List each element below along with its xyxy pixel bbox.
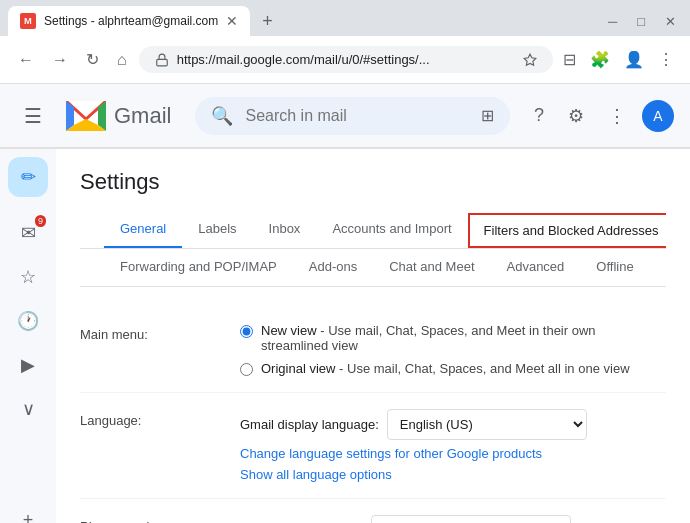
- language-select[interactable]: English (US): [387, 409, 587, 440]
- svg-marker-3: [524, 54, 536, 65]
- tab-inbox[interactable]: Inbox: [253, 211, 317, 249]
- tab-general[interactable]: General: [104, 211, 182, 249]
- gmail-logo-icon: [66, 101, 106, 131]
- search-input[interactable]: [245, 107, 469, 125]
- gmail-logo: Gmail: [66, 101, 171, 131]
- main-content: Settings General Labels Inbox Accounts a…: [56, 149, 690, 523]
- new-view-radio[interactable]: [240, 325, 253, 338]
- tab-addons[interactable]: Add-ons: [293, 249, 373, 287]
- gmail-logo-text: Gmail: [114, 103, 171, 129]
- address-bar[interactable]: https://mail.google.com/mail/u/0/#settin…: [139, 46, 553, 73]
- tab-offline[interactable]: Offline: [580, 249, 649, 287]
- settings-button[interactable]: ⚙: [560, 97, 592, 135]
- tab-chat-meet[interactable]: Chat and Meet: [373, 249, 490, 287]
- tab-close-button[interactable]: ✕: [226, 13, 238, 29]
- sidebar-item-more[interactable]: ∨: [8, 389, 48, 429]
- cast-icon[interactable]: ⊟: [559, 46, 580, 73]
- language-setting: Language: Gmail display language: Englis…: [80, 393, 666, 499]
- bookmark-icon[interactable]: [523, 53, 537, 67]
- original-view-label: Original view - Use mail, Chat, Spaces, …: [261, 361, 630, 376]
- sidebar-item-starred[interactable]: ☆: [8, 257, 48, 297]
- apps-button[interactable]: ⋮: [600, 97, 634, 135]
- main-menu-label: Main menu:: [80, 323, 240, 342]
- tab-advanced[interactable]: Advanced: [491, 249, 581, 287]
- sidebar-item-sent[interactable]: ▶: [8, 345, 48, 385]
- change-language-link[interactable]: Change language settings for other Googl…: [240, 446, 666, 461]
- tab-filters-blocked[interactable]: Filters and Blocked Addresses: [468, 213, 666, 248]
- tab-title: Settings - alphrteam@gmail.com: [44, 14, 218, 28]
- settings-tabs-row1: General Labels Inbox Accounts and Import…: [80, 211, 666, 249]
- forward-button[interactable]: →: [46, 47, 74, 73]
- search-options-icon[interactable]: ⊞: [481, 106, 494, 125]
- sidebar-item-snoozed[interactable]: 🕐: [8, 301, 48, 341]
- phone-control: Default country code: Philippines: [240, 515, 666, 523]
- tab-accounts-import[interactable]: Accounts and Import: [316, 211, 467, 249]
- back-button[interactable]: ←: [12, 47, 40, 73]
- compose-edit-button[interactable]: ✏: [8, 157, 48, 197]
- browser-menu-icon[interactable]: ⋮: [654, 46, 678, 73]
- settings-header: Settings General Labels Inbox Accounts a…: [56, 149, 690, 287]
- extensions-icon[interactable]: 🧩: [586, 46, 614, 73]
- refresh-button[interactable]: ↻: [80, 46, 105, 73]
- language-label: Language:: [80, 409, 240, 428]
- tab-favicon: M: [20, 13, 36, 29]
- main-menu-control: New view - Use mail, Chat, Spaces, and M…: [240, 323, 666, 376]
- country-code-select[interactable]: Philippines: [371, 515, 571, 523]
- phone-label: Phone numbers:: [80, 515, 240, 523]
- phone-row: Default country code: Philippines: [240, 515, 666, 523]
- page-title: Settings: [80, 169, 666, 195]
- tab-themes[interactable]: Themes: [650, 249, 666, 287]
- add-icon: +: [23, 510, 34, 524]
- clock-icon: 🕐: [17, 310, 39, 332]
- new-view-option: New view - Use mail, Chat, Spaces, and M…: [240, 323, 666, 353]
- inbox-badge: 9: [35, 215, 46, 227]
- svg-text:M: M: [24, 16, 32, 26]
- original-view-option: Original view - Use mail, Chat, Spaces, …: [240, 361, 666, 376]
- sidebar-item-inbox[interactable]: ✉ 9: [8, 213, 48, 253]
- maximize-button[interactable]: □: [631, 12, 651, 31]
- help-button[interactable]: ?: [526, 97, 552, 134]
- url-text: https://mail.google.com/mail/u/0/#settin…: [177, 52, 515, 67]
- search-icon: 🔍: [211, 105, 233, 127]
- browser-nav-icons: ⊟ 🧩 👤 ⋮: [559, 46, 678, 73]
- settings-tabs-row2: Forwarding and POP/IMAP Add-ons Chat and…: [80, 249, 666, 287]
- send-icon: ▶: [21, 354, 35, 376]
- header-icons: ? ⚙ ⋮ A: [526, 97, 674, 135]
- tab-labels[interactable]: Labels: [182, 211, 252, 249]
- gmail-container: ✏ ✉ 9 ☆ 🕐 ▶ ∨ + 💬 • Sett: [0, 149, 690, 523]
- inbox-icon: ✉: [21, 222, 36, 244]
- menu-button[interactable]: ☰: [16, 96, 50, 136]
- window-controls: ─ □ ✕: [602, 12, 682, 31]
- title-bar: M Settings - alphrteam@gmail.com ✕ + ─ □…: [0, 0, 690, 36]
- settings-body: Main menu: New view - Use mail, Chat, Sp…: [56, 287, 690, 523]
- minimize-button[interactable]: ─: [602, 12, 623, 31]
- nav-bar: ← → ↻ ⌂ https://mail.google.com/mail/u/0…: [0, 36, 690, 84]
- search-bar[interactable]: 🔍 ⊞: [195, 97, 510, 135]
- gmail-header: ☰ Gmail 🔍 ⊞ ? ⚙ ⋮ A: [0, 84, 690, 148]
- language-control: Gmail display language: English (US) Cha…: [240, 409, 666, 482]
- tab-forwarding[interactable]: Forwarding and POP/IMAP: [104, 249, 293, 287]
- sidebar: ✏ ✉ 9 ☆ 🕐 ▶ ∨ + 💬 •: [0, 149, 56, 523]
- show-language-link[interactable]: Show all language options: [240, 467, 666, 482]
- chevron-down-icon: ∨: [22, 398, 35, 420]
- home-button[interactable]: ⌂: [111, 47, 133, 73]
- profile-icon[interactable]: 👤: [620, 46, 648, 73]
- main-menu-setting: Main menu: New view - Use mail, Chat, Sp…: [80, 307, 666, 393]
- view-radio-group: New view - Use mail, Chat, Spaces, and M…: [240, 323, 666, 376]
- phone-setting: Phone numbers: Default country code: Phi…: [80, 499, 666, 523]
- new-tab-button[interactable]: +: [258, 7, 277, 36]
- svg-rect-2: [156, 59, 167, 65]
- new-view-label: New view - Use mail, Chat, Spaces, and M…: [261, 323, 666, 353]
- sidebar-item-create[interactable]: +: [8, 500, 48, 523]
- star-icon: ☆: [20, 266, 36, 288]
- avatar[interactable]: A: [642, 100, 674, 132]
- original-view-radio[interactable]: [240, 363, 253, 376]
- lock-icon: [155, 53, 169, 67]
- close-button[interactable]: ✕: [659, 12, 682, 31]
- language-display-label: Gmail display language: English (US): [240, 409, 666, 440]
- active-tab[interactable]: M Settings - alphrteam@gmail.com ✕: [8, 6, 250, 36]
